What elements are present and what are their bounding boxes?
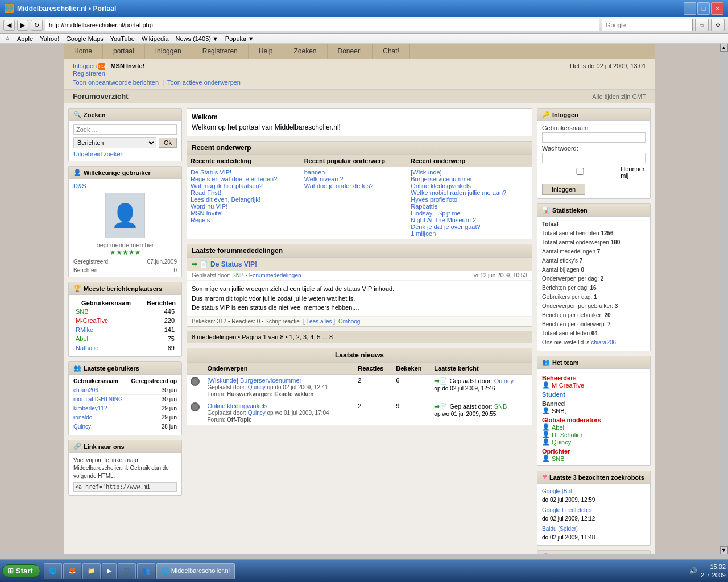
post-author-link[interactable]: SNB xyxy=(232,272,244,278)
maximize-button[interactable]: □ xyxy=(697,2,710,15)
recent-lindsay-link[interactable]: Lindsay - Spijt me xyxy=(411,210,460,217)
nieuws-quincy-link-1[interactable]: Quincy xyxy=(248,384,266,390)
password-input[interactable] xyxy=(542,153,646,163)
dfscholier-link[interactable]: DFScholier xyxy=(552,431,582,438)
random-user-content: D&S__ 👤 beginnende member ★★★★★ Geregist… xyxy=(69,179,181,277)
snb-link[interactable]: SNB xyxy=(552,455,565,462)
populair-les-link[interactable]: Wat doe je onder de les? xyxy=(304,182,374,189)
nav-doneer[interactable]: Doneer! xyxy=(328,44,373,59)
nieuws-kleding-link[interactable]: Online kledingwinkels xyxy=(208,402,268,409)
team-content: Beheerders 👤 M-CreaTive Student Banned 👤… xyxy=(537,369,650,465)
bookmark-googlemaps[interactable]: Google Maps xyxy=(66,35,103,42)
lees-alles-link[interactable]: [ Lees alles ] xyxy=(303,318,335,325)
latest-user-monica[interactable]: monicaLIGHTNING xyxy=(73,396,123,402)
recent-burger-link[interactable]: Burgerservicenummer xyxy=(411,176,472,182)
inloggen-link[interactable]: Inloggen xyxy=(73,63,97,69)
mededeling-read-link[interactable]: Read First! xyxy=(191,189,221,196)
nieuws-laatste-2: ➡📄 Geplaatst door: SNB op wo 01 jul 2009… xyxy=(431,400,532,425)
post-title-link[interactable]: De Status VIP! xyxy=(210,260,257,268)
recent-kleding-link[interactable]: Online kledingwinkels xyxy=(411,182,471,189)
recent-hyves-link[interactable]: Hyves profielfoto xyxy=(411,196,457,203)
stat-ber-ond-val: 7 xyxy=(607,321,611,327)
toon-onbeantwoorde-link[interactable]: Toon onbeantwoorde berichten xyxy=(73,79,159,86)
mededeling-regels2-link[interactable]: Regels xyxy=(191,217,210,223)
nieuwste-lid-link[interactable]: chiara206 xyxy=(591,339,616,346)
recent-miljoen-link[interactable]: 1 miljoen xyxy=(411,230,436,237)
omhoog-link[interactable]: Omhoog xyxy=(338,318,360,325)
forward-button[interactable]: ▶ xyxy=(17,20,28,31)
bookmark-news[interactable]: News (1405)▼ xyxy=(176,35,218,42)
remember-checkbox[interactable] xyxy=(542,168,618,175)
nav-zoeken[interactable]: Zoeken xyxy=(283,44,327,59)
login-box-content: Gebruikersnaam: Wachtwoord: Herinner mij… xyxy=(537,121,650,198)
robot-google-link[interactable]: Google [Bot] xyxy=(542,488,574,494)
latest-user-kimberley[interactable]: kimberley112 xyxy=(73,405,107,411)
poster-snb-link[interactable]: SNB xyxy=(76,308,89,315)
mededeling-lees-link[interactable]: Lees dit even, Belangrijk! xyxy=(191,196,260,203)
nav-home[interactable]: Home xyxy=(64,44,103,59)
latest-user-ronaldo[interactable]: ronaldo xyxy=(73,414,92,421)
laatste-quincy-link-1[interactable]: Quincy xyxy=(494,377,514,384)
quincy-link[interactable]: Quincy xyxy=(552,439,571,446)
recent-wiskunde-link[interactable]: [Wiskunde] xyxy=(411,169,441,176)
mcreative-link[interactable]: M-CreaTive xyxy=(552,382,584,389)
uitgebreid-zoeken-link[interactable]: Uitgebreid zoeken xyxy=(73,151,124,157)
list-item: Google [Bot] do 02 jul 2009, 12:59 xyxy=(542,487,646,504)
address-bar[interactable] xyxy=(45,19,599,31)
registreren-link[interactable]: Registreren xyxy=(73,70,105,77)
link-code[interactable]: <a href="http://www.mi xyxy=(73,482,177,492)
scroll-down-button[interactable]: ▼ xyxy=(720,546,728,554)
populair-niveau-link[interactable]: Welk niveau ? xyxy=(304,176,344,182)
laatste-snb-link-2[interactable]: SNB xyxy=(494,403,507,410)
refresh-button[interactable]: ↻ xyxy=(31,20,43,31)
mededeling-msn-link[interactable]: MSN Invite! xyxy=(191,210,223,217)
nav-inloggen[interactable]: Inloggen xyxy=(145,44,192,59)
back-button[interactable]: ◀ xyxy=(3,20,15,31)
mededeling-regels-link[interactable]: Regels en wat doe je er tegen? xyxy=(191,176,277,182)
scrollbar[interactable]: ▲ ▼ xyxy=(719,44,728,554)
recent-mobiel-link[interactable]: Welke mobiel raden jullie me aan? xyxy=(411,189,506,196)
nav-registreren[interactable]: Registreren xyxy=(192,44,249,59)
abel-link[interactable]: Abel xyxy=(552,424,564,431)
bookmark-popular[interactable]: Popular▼ xyxy=(225,35,254,42)
search-select[interactable]: Berichten xyxy=(73,137,156,148)
poster-mcreative-link[interactable]: M-CreaTive xyxy=(76,317,108,324)
nieuws-wiskunde-link[interactable]: [Wiskunde] Burgerservicenummer xyxy=(208,377,302,384)
poster-nathalie-link[interactable]: Nathalie xyxy=(76,344,98,351)
post-forum-link[interactable]: Forummededelingen xyxy=(249,272,301,278)
minimize-button[interactable]: ─ xyxy=(684,2,696,15)
robot-baidu-link[interactable]: Baidu [Spider] xyxy=(542,526,578,532)
random-user-name[interactable]: D&S__ xyxy=(73,182,177,189)
close-button[interactable]: ✕ xyxy=(711,2,723,15)
settings-button[interactable]: ⚙ xyxy=(711,19,725,31)
login-button[interactable]: Inloggen xyxy=(542,184,585,195)
mededeling-status-link[interactable]: De Status VIP! xyxy=(191,169,231,176)
latest-user-chiara[interactable]: chiara206 xyxy=(73,387,98,393)
recent-night-link[interactable]: Night At The Museum 2 xyxy=(411,217,476,223)
bookmark-youtube[interactable]: YouTube xyxy=(110,35,135,42)
bookmark-yahoo[interactable]: Yahoo! xyxy=(40,35,59,42)
favorites-button[interactable]: ☆ xyxy=(695,19,709,31)
nav-chat[interactable]: Chat! xyxy=(373,44,410,59)
robot-feedfetcher-link[interactable]: Google Feedfetcher xyxy=(542,507,592,513)
recent-rapbattle-link[interactable]: Rapbattle xyxy=(411,203,437,210)
search-input[interactable] xyxy=(73,124,177,135)
nav-portaal[interactable]: portaal xyxy=(103,44,145,59)
mededeling-word-link[interactable]: Word nu VIP! xyxy=(191,203,228,210)
username-input[interactable] xyxy=(542,132,646,143)
scroll-up-button[interactable]: ▲ xyxy=(720,44,728,52)
poster-abel-link[interactable]: Abel xyxy=(76,335,88,342)
member-icon-6: 👤 xyxy=(542,455,550,462)
latest-user-quincy[interactable]: Quincy xyxy=(73,423,91,430)
nav-help[interactable]: Help xyxy=(249,44,284,59)
browser-search-input[interactable] xyxy=(602,19,693,31)
mededeling-mag-link[interactable]: Wat mag ik hier plaatsen? xyxy=(191,182,263,189)
bookmark-wikipedia[interactable]: Wikipedia xyxy=(142,35,169,42)
recent-denk-link[interactable]: Denk je dat je over gaat? xyxy=(411,223,480,230)
toon-actieve-link[interactable]: Toon actieve onderwerpen xyxy=(167,79,241,86)
bookmark-apple[interactable]: Apple xyxy=(17,35,33,42)
search-ok-button[interactable]: Ok xyxy=(159,138,177,148)
poster-rmike-link[interactable]: RMike xyxy=(76,326,93,333)
populair-bannen-link[interactable]: bannen xyxy=(304,169,325,176)
nieuws-quincy-link-2[interactable]: Quincy xyxy=(248,410,266,416)
